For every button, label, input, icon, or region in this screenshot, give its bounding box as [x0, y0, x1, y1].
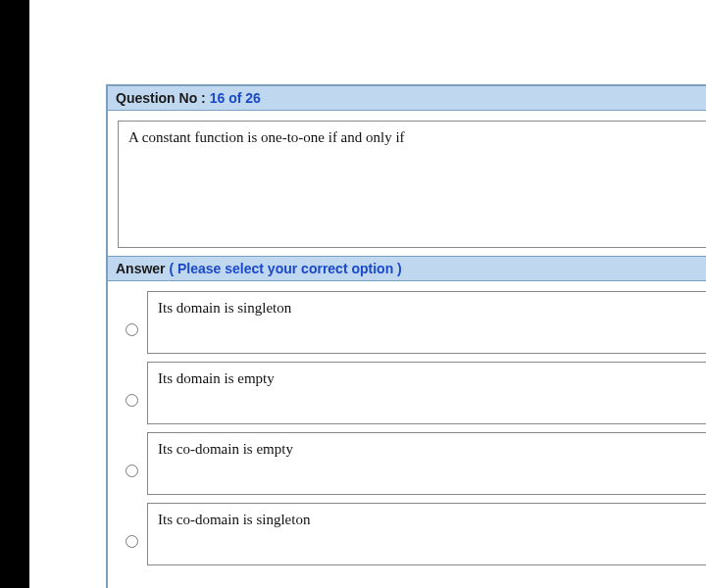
option-text: Its co-domain is singleton — [158, 512, 310, 527]
options-container: Its domain is singleton Its domain is em… — [108, 281, 706, 588]
answer-header-label: Answer — [116, 261, 166, 276]
option-text: Its domain is empty — [158, 370, 275, 386]
option-row: Its co-domain is empty — [108, 428, 706, 499]
option-radio-1[interactable] — [126, 323, 138, 336]
option-row: Its domain is empty — [108, 358, 706, 428]
option-radio-cell — [116, 446, 147, 481]
option-row: Its co-domain is singleton — [108, 499, 706, 569]
option-box[interactable]: Its domain is empty — [147, 362, 706, 424]
answer-header-hint: ( Please select your correct option ) — [169, 261, 401, 276]
question-text: A constant function is one-to-one if and… — [128, 129, 405, 145]
question-header-bar: Question No : 16 of 26 — [108, 86, 706, 111]
option-radio-cell — [116, 305, 147, 340]
answer-header-bar: Answer ( Please select your correct opti… — [108, 256, 706, 281]
option-text: Its co-domain is empty — [158, 441, 293, 457]
question-box-wrap: A constant function is one-to-one if and… — [108, 111, 706, 256]
quiz-panel: Question No : 16 of 26 A constant functi… — [106, 84, 706, 588]
option-radio-2[interactable] — [126, 394, 138, 407]
left-black-margin — [0, 0, 29, 588]
question-text-box: A constant function is one-to-one if and… — [118, 121, 706, 248]
option-radio-cell — [116, 375, 147, 411]
option-box[interactable]: Its co-domain is singleton — [147, 503, 706, 565]
option-box[interactable]: Its domain is singleton — [147, 291, 706, 354]
question-number: 16 of 26 — [210, 90, 261, 106]
option-radio-cell — [116, 516, 147, 552]
option-row: Its domain is singleton — [108, 287, 706, 358]
option-radio-4[interactable] — [126, 535, 138, 548]
option-text: Its domain is singleton — [158, 300, 291, 316]
option-radio-3[interactable] — [126, 465, 138, 477]
option-box[interactable]: Its co-domain is empty — [147, 432, 706, 495]
question-header-label: Question No : — [116, 90, 206, 106]
